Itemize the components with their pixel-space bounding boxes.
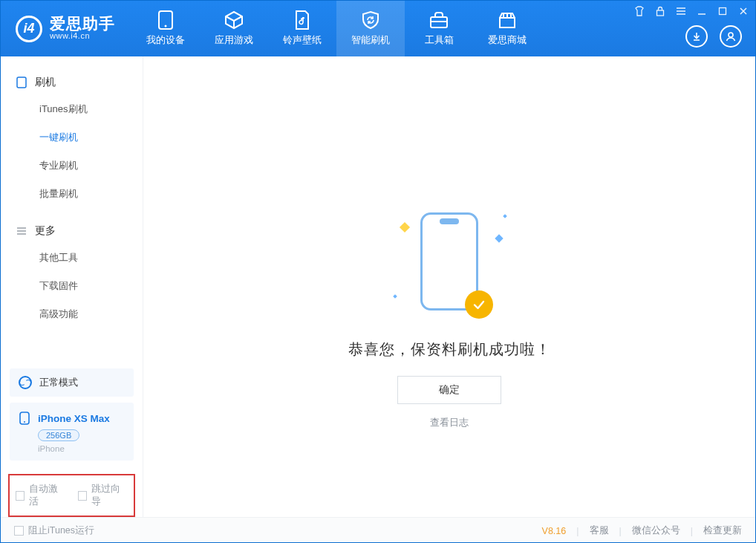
device-type: iPhone bbox=[38, 444, 125, 453]
sidebar-item-firmware[interactable]: 下载固件 bbox=[1, 272, 143, 300]
device-capacity-badge: 256GB bbox=[38, 429, 79, 441]
svg-point-8 bbox=[24, 421, 25, 423]
checkbox-label: 自动激活 bbox=[29, 483, 65, 508]
sidebar-section-title: 刷机 bbox=[35, 76, 56, 89]
checkbox-icon bbox=[78, 491, 87, 501]
menu-icon[interactable] bbox=[675, 5, 687, 17]
top-nav: 我的设备 应用游戏 铃声壁纸 智能刷机 工具箱 bbox=[131, 1, 541, 56]
checkbox-stop-itunes[interactable]: 阻止iTunes运行 bbox=[14, 524, 94, 537]
cube-icon bbox=[224, 10, 244, 30]
sidebar: 刷机 iTunes刷机 一键刷机 专业刷机 批量刷机 更多 其他工具 下载固件 … bbox=[1, 56, 143, 517]
footer: 阻止iTunes运行 V8.16 | 客服 | 微信公众号 | 检查更新 bbox=[1, 517, 755, 543]
device-name: iPhone XS Max bbox=[38, 413, 110, 424]
version-label: V8.16 bbox=[542, 526, 567, 536]
toolbox-icon bbox=[429, 10, 449, 30]
header-right-icons bbox=[685, 25, 742, 48]
music-file-icon bbox=[293, 10, 312, 30]
device-mode-label: 正常模式 bbox=[39, 376, 78, 389]
nav-label: 爱思商城 bbox=[488, 34, 527, 47]
checkbox-label: 跳过向导 bbox=[91, 483, 128, 508]
logo-icon: i4 bbox=[16, 16, 42, 42]
ok-button[interactable]: 确定 bbox=[397, 376, 501, 404]
sidebar-item-pro-flash[interactable]: 专业刷机 bbox=[1, 152, 143, 180]
svg-rect-6 bbox=[17, 77, 26, 88]
nav-label: 应用游戏 bbox=[215, 34, 253, 47]
lock-icon[interactable] bbox=[654, 5, 666, 17]
nav-label: 铃声壁纸 bbox=[283, 34, 322, 47]
store-icon bbox=[498, 10, 517, 30]
download-icon[interactable] bbox=[685, 25, 708, 48]
nav-label: 智能刷机 bbox=[351, 34, 390, 47]
minimize-icon[interactable] bbox=[696, 5, 708, 17]
separator: | bbox=[576, 526, 579, 536]
checkbox-icon bbox=[16, 491, 25, 501]
sidebar-item-other-tools[interactable]: 其他工具 bbox=[1, 244, 143, 272]
app-name-en: www.i4.cn bbox=[50, 31, 115, 41]
success-illustration bbox=[408, 209, 490, 320]
maximize-icon[interactable] bbox=[717, 5, 729, 17]
nav-flash[interactable]: 智能刷机 bbox=[336, 1, 405, 56]
device-info-panel[interactable]: iPhone XS Max 256GB iPhone bbox=[10, 403, 134, 461]
window-controls bbox=[633, 5, 749, 17]
nav-label: 我的设备 bbox=[146, 34, 185, 47]
sidebar-section-flash-header: 刷机 bbox=[1, 70, 143, 95]
device-mode-panel[interactable]: 正常模式 bbox=[10, 368, 134, 397]
separator: | bbox=[619, 526, 622, 536]
footer-link-service[interactable]: 客服 bbox=[590, 524, 609, 537]
options-highlight-box: 自动激活 跳过向导 bbox=[8, 474, 135, 517]
checkbox-icon bbox=[14, 526, 24, 536]
checkmark-badge-icon bbox=[465, 290, 493, 319]
svg-point-5 bbox=[729, 33, 733, 37]
list-icon bbox=[16, 225, 27, 237]
shield-refresh-icon bbox=[361, 10, 380, 30]
view-log-link[interactable]: 查看日志 bbox=[430, 416, 469, 429]
nav-label: 工具箱 bbox=[425, 34, 454, 47]
nav-device[interactable]: 我的设备 bbox=[131, 1, 200, 56]
body: 刷机 iTunes刷机 一键刷机 专业刷机 批量刷机 更多 其他工具 下载固件 … bbox=[1, 56, 755, 517]
sync-icon bbox=[19, 376, 32, 389]
header: i4 爱思助手 www.i4.cn 我的设备 应用游戏 铃声壁纸 bbox=[1, 1, 755, 56]
shirt-icon[interactable] bbox=[633, 5, 645, 17]
app-name-cn: 爱思助手 bbox=[50, 16, 115, 31]
main-content: 恭喜您，保资料刷机成功啦！ 确定 查看日志 bbox=[143, 56, 755, 517]
checkbox-label: 阻止iTunes运行 bbox=[28, 524, 94, 537]
user-icon[interactable] bbox=[720, 25, 742, 48]
separator: | bbox=[691, 526, 693, 536]
phone-icon bbox=[156, 10, 175, 30]
nav-store[interactable]: 爱思商城 bbox=[473, 1, 541, 56]
sidebar-section-more-header: 更多 bbox=[1, 218, 143, 244]
phone-small-icon bbox=[19, 412, 30, 425]
close-icon[interactable] bbox=[737, 5, 749, 17]
nav-rings[interactable]: 铃声壁纸 bbox=[268, 1, 336, 56]
sidebar-section-title: 更多 bbox=[35, 224, 56, 238]
nav-toolbox[interactable]: 工具箱 bbox=[405, 1, 473, 56]
checkbox-auto-activate[interactable]: 自动激活 bbox=[16, 483, 66, 508]
svg-rect-4 bbox=[720, 8, 726, 15]
footer-link-update[interactable]: 检查更新 bbox=[703, 524, 742, 537]
device-outline-icon bbox=[16, 77, 27, 88]
checkbox-skip-guide[interactable]: 跳过向导 bbox=[78, 483, 128, 508]
footer-link-wechat[interactable]: 微信公众号 bbox=[632, 524, 680, 537]
sidebar-item-batch-flash[interactable]: 批量刷机 bbox=[1, 180, 143, 208]
nav-apps[interactable]: 应用游戏 bbox=[200, 1, 268, 56]
svg-rect-3 bbox=[657, 10, 664, 16]
svg-point-1 bbox=[165, 25, 167, 27]
sidebar-item-advanced[interactable]: 高级功能 bbox=[1, 300, 143, 328]
sidebar-item-oneclick-flash[interactable]: 一键刷机 bbox=[1, 123, 143, 152]
success-message: 恭喜您，保资料刷机成功啦！ bbox=[348, 339, 551, 360]
logo-area: i4 爱思助手 www.i4.cn bbox=[1, 1, 131, 56]
sidebar-item-itunes-flash[interactable]: iTunes刷机 bbox=[1, 95, 143, 123]
